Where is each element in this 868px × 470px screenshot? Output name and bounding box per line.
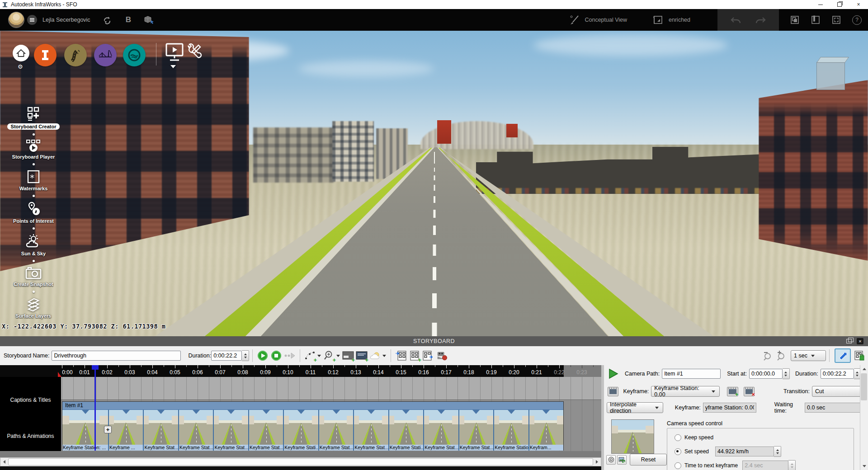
captions-titles-track[interactable] [0,377,601,400]
clip-title[interactable]: Item #1 [62,402,563,410]
camera-path-clip[interactable]: Item #1 Keyframe Station: ... Keyframe .… [62,401,564,451]
viewport-3d[interactable]: ⚙ Storyb [0,31,868,336]
keep-speed-radio[interactable] [675,434,681,441]
add-storyboard-button[interactable]: + [409,350,420,362]
export-storyboard-button[interactable] [422,350,434,362]
keyframe-thumbnail[interactable]: Keyfram... [528,410,563,451]
keyframe-select[interactable]: Keyframe Station: 0.00 [651,386,720,397]
keyframe-thumbnail[interactable]: Keyframe Stat... [143,410,178,451]
reset-button[interactable]: Reset [630,454,667,465]
infraworks-model-button[interactable] [34,44,57,66]
maximize-button[interactable] [830,0,849,9]
sidebar-item-points-of-interest[interactable]: Points of Interest [13,201,54,224]
user-menu-button[interactable] [27,15,37,25]
scroll-left-arrow[interactable] [0,458,8,466]
bim360-button[interactable]: B [126,15,131,24]
keyframe-thumbnail[interactable]: Keyframe Station: ... [62,410,108,451]
surface-opacity-button[interactable] [790,15,800,25]
keyframe-thumbnail[interactable]: Keyframe Stat... [178,410,213,451]
timeline-zoom-in-button[interactable] [775,350,787,362]
waiting-time-input[interactable] [805,403,862,413]
timeline-ruler[interactable]: 0:000:010:020:030:040:050:060:070:080:09… [0,365,601,377]
fullscreen-button[interactable] [831,15,841,25]
roads-tool-button[interactable] [64,44,87,66]
delete-keyframe-button[interactable]: × [744,387,755,396]
settings-gear-icon[interactable]: ⚙ [18,63,23,70]
stop-storyboard-button[interactable] [270,350,282,362]
user-avatar[interactable] [8,12,24,28]
timeline-playhead[interactable] [94,365,96,451]
set-speed-radio[interactable] [675,448,681,455]
start-at-spinner[interactable] [783,368,790,379]
edit-path-toggle-button[interactable] [835,348,851,363]
sidebar-item-surface-layers[interactable]: Surface Layers [16,296,52,319]
keyframe-thumbnail[interactable]: Keyframe Stat... [248,410,283,451]
home-button[interactable] [13,45,29,61]
preview-playback-button-disabled[interactable] [284,350,296,362]
timeline-interval-select[interactable]: 1 sec [791,350,826,361]
keyframe-thumbnail[interactable]: Keyframe Stati... [283,410,318,451]
sidebar-item-create-snapshot[interactable]: Create Snapshot [14,266,53,287]
camera-path-input[interactable] [662,369,721,379]
keyframe-thumbnail[interactable]: Keyframe Stat... [458,410,493,451]
storyboard-panel-header[interactable]: STORYBOARD × [0,336,868,346]
close-panel-button[interactable]: × [857,338,863,344]
sidebar-item-watermarks[interactable]: * Watermarks [19,169,48,191]
add-caption-button[interactable]: + [356,350,368,362]
time-next-radio[interactable] [675,462,681,469]
duration-spinner[interactable] [242,350,249,361]
keyframe-play-icon[interactable] [608,387,618,396]
sidebar-item-sun-sky[interactable]: Sun & Sky [21,233,46,256]
redo-button[interactable] [755,15,766,25]
path-duration-input[interactable] [821,369,854,379]
float-panel-button[interactable] [845,338,852,344]
sky-effect-button[interactable] [369,350,381,362]
start-at-input[interactable] [749,369,783,379]
sidebar-item-storyboard-player[interactable]: Storyboard Player [12,139,55,160]
keyframe-thumbnail[interactable]: Keyframe Stat... [353,410,388,451]
sidebar-item-storyboard-creator[interactable]: Storyboard Creator [7,107,60,130]
storyboard-name-input[interactable] [52,351,181,361]
model-share-button[interactable] [144,14,156,25]
camera-path-dropdown-caret[interactable] [317,355,321,357]
interpolate-direction-select[interactable]: Interpolate direction [607,402,663,413]
view-mode-control[interactable]: Conceptual View [568,14,627,26]
duration-input[interactable] [211,351,242,361]
inspector-vertical-scrollbar[interactable] [860,365,868,470]
presentation-dropdown-caret[interactable] [170,65,176,68]
scroll-right-arrow[interactable] [593,458,601,466]
set-speed-input[interactable] [715,446,774,456]
keyframe-thumbnail[interactable]: Keyframe Stat... [423,410,458,451]
keyframe-thumbnail[interactable]: Keyframe ... [108,410,143,451]
export-movie-button[interactable] [436,350,448,362]
presentation-mode-button[interactable] [165,42,184,63]
add-title-button[interactable]: + [342,350,354,362]
update-thumbnail-button[interactable] [617,455,627,465]
playhead-handle[interactable] [92,365,99,370]
scroll-down-arrow[interactable] [860,462,868,470]
play-storyboard-button[interactable] [257,350,269,362]
play-camera-path-button[interactable] [608,368,619,380]
bridges-tool-button[interactable] [94,44,117,66]
drainage-tool-button[interactable] [123,44,146,66]
storyboard-properties-button[interactable] [854,350,865,362]
sky-effect-dropdown-caret[interactable] [382,355,386,357]
keyframe-thumbnail[interactable]: Keyframe Stati... [388,410,423,451]
add-keyframe-button[interactable]: + [727,387,738,396]
timeline-horizontal-scrollbar[interactable] [0,457,601,466]
time-next-spinner[interactable] [788,460,796,470]
keyframe-name-field[interactable] [703,403,756,413]
utilities-button[interactable] [184,43,203,62]
time-next-input[interactable] [742,461,788,470]
time-to-next-keyframe-option[interactable]: Time to next keyframe [675,461,854,470]
vscrollbar-thumb[interactable] [861,373,867,400]
undo-button[interactable] [730,15,742,25]
side-panel-button[interactable] [811,15,821,25]
zoom-animation-dropdown-caret[interactable] [336,355,340,357]
add-zoom-animation-button[interactable]: + [323,350,335,362]
close-button[interactable]: × [849,0,868,9]
import-storyboard-button[interactable] [395,350,407,362]
scroll-up-arrow[interactable] [860,365,868,373]
help-button[interactable]: ? [852,15,862,25]
scrollbar-thumb[interactable] [8,458,593,465]
